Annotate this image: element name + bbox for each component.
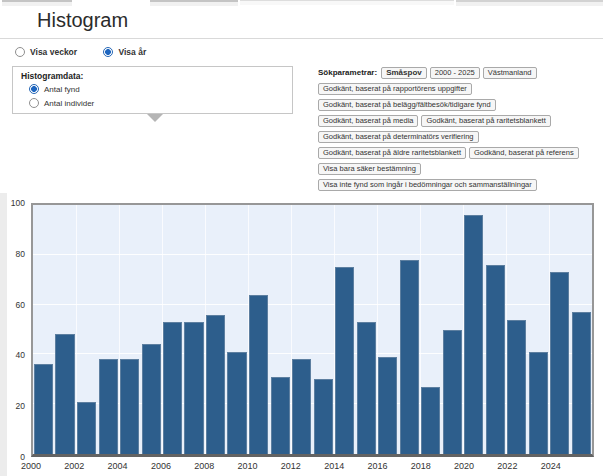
histogramdata-title: Histogramdata: bbox=[21, 71, 83, 81]
page-title: Histogram bbox=[37, 9, 128, 32]
bar-2000 bbox=[34, 364, 53, 454]
chip-filter: Godkänd, baserat på referens bbox=[469, 147, 579, 159]
radio-antal-individer[interactable]: Antal individer bbox=[29, 98, 94, 108]
radio-antal-individer-icon[interactable] bbox=[29, 98, 39, 108]
chip-filter: Visa bara säker bestämning bbox=[318, 163, 421, 175]
radio-visa-ar-icon[interactable] bbox=[103, 47, 113, 57]
radio-visa-veckor-icon[interactable] bbox=[15, 47, 25, 57]
x-tick-label: 2000 bbox=[21, 461, 41, 471]
bar-2007 bbox=[184, 322, 203, 454]
x-tick-label: 2002 bbox=[64, 461, 84, 471]
bar-2004 bbox=[120, 359, 139, 454]
y-axis: 020406080100 bbox=[0, 203, 27, 457]
bar-2017 bbox=[400, 260, 419, 454]
tab-partial-4[interactable] bbox=[456, 0, 603, 6]
x-tick-label: 2008 bbox=[194, 461, 214, 471]
bar-2011 bbox=[271, 377, 290, 454]
view-toggle: Visa veckor Visa år bbox=[15, 47, 170, 57]
radio-visa-ar[interactable]: Visa år bbox=[103, 47, 146, 57]
x-tick-label: 2024 bbox=[541, 461, 561, 471]
bar-2016 bbox=[378, 357, 397, 454]
radio-antal-fynd-label: Antal fynd bbox=[44, 85, 80, 94]
chip-filter: Godkänt, baserat på äldre raritetsblanke… bbox=[318, 147, 466, 159]
chip-taxon: Småspov bbox=[381, 67, 427, 79]
y-tick-label: 60 bbox=[16, 300, 25, 310]
x-tick-label: 2004 bbox=[108, 461, 128, 471]
bar-2002 bbox=[77, 402, 96, 454]
collapse-arrow-icon[interactable] bbox=[147, 114, 163, 122]
bar-2020 bbox=[464, 215, 483, 454]
bar-2018 bbox=[421, 387, 440, 454]
histogram-plot bbox=[31, 203, 594, 457]
bar-2003 bbox=[99, 359, 118, 454]
radio-visa-veckor-label: Visa veckor bbox=[30, 47, 77, 57]
chip-filter: Visa inte fynd som ingår i bedömningar o… bbox=[318, 179, 537, 191]
x-tick-label: 2010 bbox=[238, 461, 258, 471]
bar-2005 bbox=[142, 344, 161, 454]
bar-2019 bbox=[443, 330, 462, 455]
chip-filter: Godkänt, baserat på media bbox=[318, 115, 418, 127]
bar-2024 bbox=[550, 272, 569, 454]
title-divider bbox=[0, 38, 603, 39]
bar-2006 bbox=[163, 322, 182, 454]
x-tick-label: 2018 bbox=[411, 461, 431, 471]
search-params-label: Sökparametrar: bbox=[318, 68, 377, 77]
gridline-h bbox=[33, 304, 592, 305]
x-tick-label: 2006 bbox=[151, 461, 171, 471]
x-tick-label: 2020 bbox=[454, 461, 474, 471]
bar-2008 bbox=[206, 315, 225, 454]
x-tick-label: 2012 bbox=[281, 461, 301, 471]
x-tick-label: 2022 bbox=[497, 461, 517, 471]
bar-2001 bbox=[55, 334, 74, 454]
x-tick-label: 2014 bbox=[324, 461, 344, 471]
y-tick-label: 80 bbox=[16, 249, 25, 259]
bar-2015 bbox=[357, 322, 376, 454]
y-tick-label: 20 bbox=[16, 401, 25, 411]
gridline-h bbox=[33, 254, 592, 255]
bar-2009 bbox=[227, 352, 246, 454]
chip-filter: Godkänt, baserat på determinatörs verifi… bbox=[318, 131, 479, 143]
histogramdata-panel: Histogramdata: Antal fynd Antal individe… bbox=[12, 66, 293, 114]
y-tick-label: 100 bbox=[11, 198, 25, 208]
tab-partial-2[interactable] bbox=[150, 0, 238, 6]
radio-visa-veckor[interactable]: Visa veckor bbox=[15, 47, 77, 57]
radio-antal-fynd[interactable]: Antal fynd bbox=[29, 84, 80, 94]
chip-filter: Godkänt, baserat på rapportörens uppgift… bbox=[318, 83, 472, 95]
radio-antal-individer-label: Antal individer bbox=[44, 99, 94, 108]
histogram-chart: 020406080100 200020022004200620082010201… bbox=[0, 193, 603, 476]
chip-filter: Godkänt, baserat på raritetsblankett bbox=[421, 115, 550, 127]
x-tick-label: 2016 bbox=[367, 461, 387, 471]
bar-2010 bbox=[249, 295, 268, 454]
page: Histogram Visa veckor Visa år Histogramd… bbox=[0, 0, 603, 476]
x-axis: 2000200220042006200820102012201420162018… bbox=[31, 461, 594, 473]
bar-2014 bbox=[335, 267, 354, 454]
tab-partial-1[interactable] bbox=[2, 0, 72, 6]
y-tick-label: 40 bbox=[16, 350, 25, 360]
chip-filter: Godkänt, baserat på belägg/fältbesök/tid… bbox=[318, 99, 496, 111]
radio-visa-ar-label: Visa år bbox=[118, 47, 146, 57]
tab-partial-3[interactable] bbox=[240, 0, 454, 5]
bar-2025 bbox=[572, 312, 591, 454]
bar-2021 bbox=[486, 265, 505, 454]
bar-2023 bbox=[529, 352, 548, 454]
bar-2013 bbox=[314, 379, 333, 454]
bar-2012 bbox=[292, 359, 311, 454]
bar-2022 bbox=[507, 320, 526, 454]
chip-region: Västmanland bbox=[483, 67, 537, 79]
chip-period: 2000 - 2025 bbox=[430, 67, 480, 79]
radio-antal-fynd-icon[interactable] bbox=[29, 84, 39, 94]
